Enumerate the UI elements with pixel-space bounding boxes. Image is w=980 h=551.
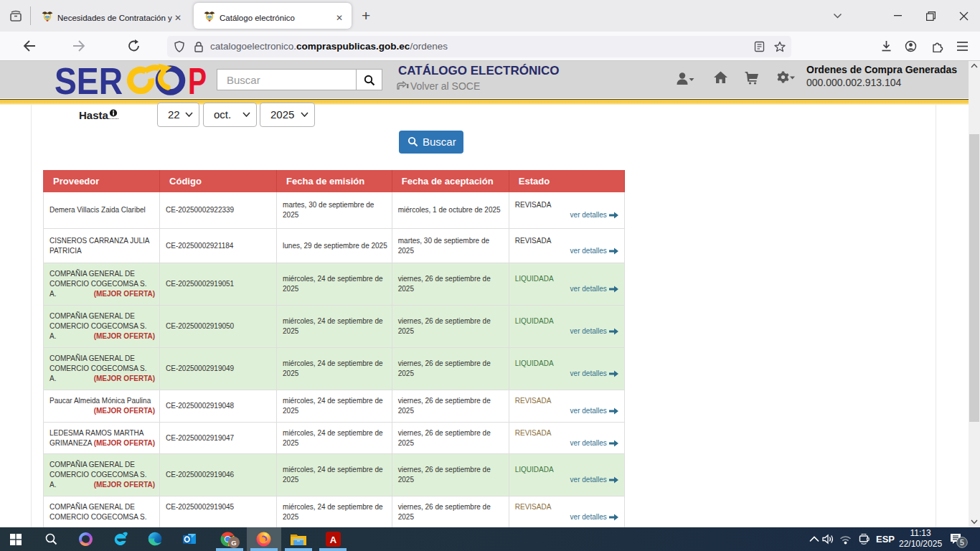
svg-text:G: G	[231, 539, 236, 547]
svg-text:A: A	[330, 534, 337, 545]
svg-text:5: 5	[960, 538, 964, 547]
svg-text:SER: SER	[55, 63, 123, 98]
svg-text:P: P	[188, 63, 207, 98]
